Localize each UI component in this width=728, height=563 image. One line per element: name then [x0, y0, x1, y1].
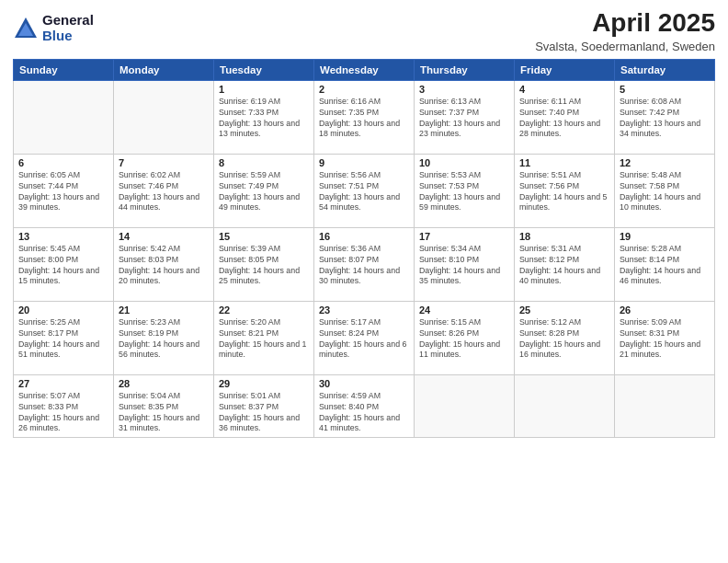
- day-info: Sunrise: 5:34 AM Sunset: 8:10 PM Dayligh…: [419, 244, 509, 288]
- table-row: 17Sunrise: 5:34 AM Sunset: 8:10 PM Dayli…: [415, 227, 515, 301]
- day-number: 26: [620, 304, 710, 316]
- day-info: Sunrise: 5:15 AM Sunset: 8:26 PM Dayligh…: [419, 317, 509, 362]
- day-info: Sunrise: 5:53 AM Sunset: 7:53 PM Dayligh…: [419, 170, 509, 214]
- day-info: Sunrise: 6:16 AM Sunset: 7:35 PM Dayligh…: [319, 97, 409, 141]
- table-row: 13Sunrise: 5:45 AM Sunset: 8:00 PM Dayli…: [14, 227, 114, 301]
- col-monday: Monday: [114, 59, 214, 80]
- table-row: 1Sunrise: 6:19 AM Sunset: 7:33 PM Daylig…: [214, 80, 314, 154]
- logo: General Blue: [13, 13, 94, 43]
- day-info: Sunrise: 5:07 AM Sunset: 8:33 PM Dayligh…: [18, 391, 108, 435]
- day-number: 25: [519, 304, 609, 316]
- table-row: 22Sunrise: 5:20 AM Sunset: 8:21 PM Dayli…: [214, 301, 314, 374]
- day-info: Sunrise: 5:31 AM Sunset: 8:12 PM Dayligh…: [519, 244, 609, 288]
- day-info: Sunrise: 5:42 AM Sunset: 8:03 PM Dayligh…: [119, 244, 209, 288]
- table-row: 10Sunrise: 5:53 AM Sunset: 7:53 PM Dayli…: [415, 154, 515, 227]
- day-number: 11: [519, 157, 609, 168]
- table-row: 16Sunrise: 5:36 AM Sunset: 8:07 PM Dayli…: [314, 227, 415, 301]
- day-number: 10: [419, 157, 509, 168]
- table-row: 3Sunrise: 6:13 AM Sunset: 7:37 PM Daylig…: [415, 80, 515, 154]
- col-sunday: Sunday: [14, 59, 114, 80]
- day-number: 23: [319, 304, 409, 316]
- calendar-table: Sunday Monday Tuesday Wednesday Thursday…: [13, 59, 715, 439]
- table-row: [114, 80, 214, 154]
- table-row: 27Sunrise: 5:07 AM Sunset: 8:33 PM Dayli…: [14, 374, 114, 438]
- col-thursday: Thursday: [415, 59, 515, 80]
- table-row: 20Sunrise: 5:25 AM Sunset: 8:17 PM Dayli…: [14, 301, 114, 374]
- day-number: 4: [519, 84, 609, 95]
- title-block: April 2025 Svalsta, Soedermanland, Swede…: [535, 9, 715, 53]
- day-number: 15: [219, 231, 309, 242]
- calendar-header-row: Sunday Monday Tuesday Wednesday Thursday…: [14, 59, 715, 80]
- day-number: 13: [18, 231, 108, 242]
- day-number: 6: [18, 157, 108, 168]
- day-number: 16: [319, 231, 409, 242]
- day-info: Sunrise: 6:05 AM Sunset: 7:44 PM Dayligh…: [18, 170, 108, 214]
- table-row: 14Sunrise: 5:42 AM Sunset: 8:03 PM Dayli…: [114, 227, 214, 301]
- day-number: 1: [219, 84, 309, 95]
- logo-blue: Blue: [42, 29, 94, 44]
- day-number: 8: [219, 157, 309, 168]
- col-wednesday: Wednesday: [314, 59, 415, 80]
- table-row: 9Sunrise: 5:56 AM Sunset: 7:51 PM Daylig…: [314, 154, 415, 227]
- table-row: [14, 80, 114, 154]
- day-info: Sunrise: 5:09 AM Sunset: 8:31 PM Dayligh…: [620, 317, 710, 362]
- table-row: 23Sunrise: 5:17 AM Sunset: 8:24 PM Dayli…: [314, 301, 415, 374]
- day-number: 20: [18, 304, 108, 316]
- header: General Blue April 2025 Svalsta, Soederm…: [13, 9, 715, 53]
- day-number: 17: [419, 231, 509, 242]
- day-info: Sunrise: 6:02 AM Sunset: 7:46 PM Dayligh…: [119, 170, 209, 214]
- table-row: 30Sunrise: 4:59 AM Sunset: 8:40 PM Dayli…: [314, 374, 415, 438]
- day-info: Sunrise: 6:11 AM Sunset: 7:40 PM Dayligh…: [519, 97, 609, 141]
- day-info: Sunrise: 5:12 AM Sunset: 8:28 PM Dayligh…: [519, 317, 609, 362]
- location-title: Svalsta, Soedermanland, Sweden: [535, 40, 715, 53]
- day-info: Sunrise: 5:48 AM Sunset: 7:58 PM Dayligh…: [620, 170, 710, 214]
- day-info: Sunrise: 6:13 AM Sunset: 7:37 PM Dayligh…: [419, 97, 509, 141]
- day-number: 28: [119, 378, 209, 389]
- table-row: 5Sunrise: 6:08 AM Sunset: 7:42 PM Daylig…: [615, 80, 715, 154]
- day-info: Sunrise: 6:19 AM Sunset: 7:33 PM Dayligh…: [219, 97, 309, 141]
- table-row: 2Sunrise: 6:16 AM Sunset: 7:35 PM Daylig…: [314, 80, 415, 154]
- day-info: Sunrise: 5:39 AM Sunset: 8:05 PM Dayligh…: [219, 244, 309, 288]
- day-number: 3: [419, 84, 509, 95]
- day-info: Sunrise: 5:59 AM Sunset: 7:49 PM Dayligh…: [219, 170, 309, 214]
- month-title: April 2025: [535, 9, 715, 38]
- day-info: Sunrise: 4:59 AM Sunset: 8:40 PM Dayligh…: [319, 391, 409, 435]
- table-row: 18Sunrise: 5:31 AM Sunset: 8:12 PM Dayli…: [515, 227, 615, 301]
- table-row: 21Sunrise: 5:23 AM Sunset: 8:19 PM Dayli…: [114, 301, 214, 374]
- day-number: 24: [419, 304, 509, 316]
- day-info: Sunrise: 5:23 AM Sunset: 8:19 PM Dayligh…: [119, 317, 209, 362]
- day-info: Sunrise: 5:56 AM Sunset: 7:51 PM Dayligh…: [319, 170, 409, 214]
- day-number: 2: [319, 84, 409, 95]
- day-info: Sunrise: 5:36 AM Sunset: 8:07 PM Dayligh…: [319, 244, 409, 288]
- table-row: 12Sunrise: 5:48 AM Sunset: 7:58 PM Dayli…: [615, 154, 715, 227]
- day-info: Sunrise: 5:28 AM Sunset: 8:14 PM Dayligh…: [620, 244, 710, 288]
- table-row: 6Sunrise: 6:05 AM Sunset: 7:44 PM Daylig…: [14, 154, 114, 227]
- col-tuesday: Tuesday: [214, 59, 314, 80]
- day-info: Sunrise: 5:20 AM Sunset: 8:21 PM Dayligh…: [219, 317, 309, 362]
- day-info: Sunrise: 5:04 AM Sunset: 8:35 PM Dayligh…: [119, 391, 209, 435]
- logo-text: General Blue: [42, 13, 94, 43]
- day-number: 5: [620, 84, 710, 95]
- logo-icon: [13, 16, 39, 41]
- logo-general: General: [42, 13, 94, 29]
- table-row: 4Sunrise: 6:11 AM Sunset: 7:40 PM Daylig…: [515, 80, 615, 154]
- day-number: 21: [119, 304, 209, 316]
- day-number: 7: [119, 157, 209, 168]
- table-row: 28Sunrise: 5:04 AM Sunset: 8:35 PM Dayli…: [114, 374, 214, 438]
- table-row: 29Sunrise: 5:01 AM Sunset: 8:37 PM Dayli…: [214, 374, 314, 438]
- day-info: Sunrise: 5:01 AM Sunset: 8:37 PM Dayligh…: [219, 391, 309, 435]
- day-number: 22: [219, 304, 309, 316]
- table-row: 8Sunrise: 5:59 AM Sunset: 7:49 PM Daylig…: [214, 154, 314, 227]
- table-row: 26Sunrise: 5:09 AM Sunset: 8:31 PM Dayli…: [615, 301, 715, 374]
- table-row: 19Sunrise: 5:28 AM Sunset: 8:14 PM Dayli…: [615, 227, 715, 301]
- table-row: [415, 374, 515, 438]
- table-row: 7Sunrise: 6:02 AM Sunset: 7:46 PM Daylig…: [114, 154, 214, 227]
- table-row: 11Sunrise: 5:51 AM Sunset: 7:56 PM Dayli…: [515, 154, 615, 227]
- day-number: 19: [620, 231, 710, 242]
- day-number: 12: [620, 157, 710, 168]
- table-row: 15Sunrise: 5:39 AM Sunset: 8:05 PM Dayli…: [214, 227, 314, 301]
- table-row: [515, 374, 615, 438]
- day-number: 29: [219, 378, 309, 389]
- day-info: Sunrise: 5:51 AM Sunset: 7:56 PM Dayligh…: [519, 170, 609, 214]
- day-info: Sunrise: 6:08 AM Sunset: 7:42 PM Dayligh…: [620, 97, 710, 141]
